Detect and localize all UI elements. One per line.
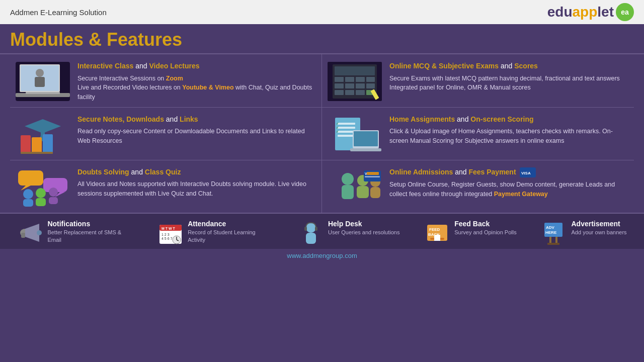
svg-text:VISA: VISA: [521, 171, 531, 175]
assignments-text: Home Assignments and On-screen Scoring C…: [389, 115, 629, 146]
svg-rect-15: [345, 83, 354, 88]
doubts-title1: Doubts Solving: [77, 168, 129, 176]
assign-title1: Home Assignments: [389, 115, 455, 123]
svg-rect-11: [345, 77, 354, 82]
feature-assignments: ✓ ✓ ✓ Home Assignments and On-screen Sco…: [322, 108, 634, 160]
helpdesk-title: Help Desk: [328, 220, 399, 228]
notes-desc: Read only copy-secure Content or Downloa…: [77, 127, 316, 146]
svg-text:✓: ✓: [336, 122, 339, 125]
svg-rect-31: [338, 123, 355, 125]
svg-point-47: [36, 188, 46, 198]
svg-rect-65: [21, 233, 25, 238]
svg-rect-60: [367, 172, 379, 175]
assign-title2: On-screen Scoring: [470, 115, 533, 123]
svg-text:1  2  3: 1 2 3: [162, 233, 170, 236]
feature-mcq: Online MCQ & Subjective Exams and Scores…: [322, 54, 634, 108]
bottom-advertisement: ADV HERE Advertisement Add your own bann…: [541, 220, 627, 246]
svg-point-49: [49, 188, 58, 197]
interactive-class-icon: [15, 61, 70, 102]
svg-point-45: [23, 189, 33, 199]
doubts-title2: Class Quiz: [145, 168, 181, 176]
svg-rect-28: [43, 134, 53, 153]
svg-rect-89: [547, 243, 559, 245]
svg-rect-87: [549, 237, 551, 244]
notes-title1: Secure Notes, Downloads: [77, 115, 164, 123]
logo-area: eduapplet ea: [547, 3, 634, 21]
doubts-and: and: [131, 168, 145, 176]
notifications-title: Notifications: [47, 220, 133, 228]
feedback-text: Feed Back Survey and Opinion Polls: [454, 220, 517, 236]
notifications-icon: [17, 220, 43, 246]
mcq-and: and: [501, 62, 514, 70]
bottom-helpdesk: Help Desk User Queries and resolutions: [298, 220, 399, 246]
interactive-class-text: Interactive Class and Video Lectures Sec…: [77, 61, 316, 102]
mcq-desc: Secure Exams with latest MCQ pattern hav…: [389, 74, 620, 93]
svg-text:✓: ✓: [336, 126, 339, 129]
footer-url: www.addmengroup.com: [287, 252, 357, 259]
company-title: Addmen E-Learning Solution: [10, 8, 107, 17]
helpdesk-text: Help Desk User Queries and resolutions: [328, 220, 399, 236]
svg-rect-54: [357, 186, 369, 198]
mcq-title2: Scores: [514, 62, 538, 70]
attendance-text: Attendance Record of Student Learning Ac…: [188, 220, 273, 244]
svg-rect-29: [21, 152, 53, 154]
notifications-desc: Better Replacement of SMS & Email: [47, 229, 133, 244]
admit-and: and: [455, 168, 468, 176]
notes-icon: [15, 115, 70, 155]
feature-admissions: VISA Online Admissions and Fees Payment …: [322, 160, 634, 213]
svg-rect-52: [342, 185, 354, 199]
admissions-text: Online Admissions and Fees Payment VISA …: [389, 167, 629, 199]
notifications-text: Notifications Better Replacement of SMS …: [47, 220, 133, 244]
notes-text: Secure Notes, Downloads and Links Read o…: [77, 115, 316, 146]
svg-rect-34: [338, 135, 355, 137]
feature-notes: Secure Notes, Downloads and Links Read o…: [10, 108, 322, 160]
footer: www.addmengroup.com: [0, 249, 644, 262]
ic-title2: Video Lectures: [149, 62, 199, 70]
logo-text: eduapplet: [547, 4, 614, 20]
svg-point-3: [36, 69, 44, 77]
svg-rect-20: [356, 90, 365, 95]
mcq-title1: Online MCQ & Subjective Exams: [389, 62, 499, 70]
svg-rect-27: [32, 137, 42, 153]
admissions-icon: VISA: [327, 167, 382, 208]
mcq-text: Online MCQ & Subjective Exams and Scores…: [389, 61, 620, 93]
doubts-text: Doubts Solving and Class Quiz All Videos…: [77, 167, 316, 199]
doubts-desc: All Videos and Notes supported with Inte…: [77, 179, 316, 199]
bottom-bar: Notifications Better Replacement of SMS …: [0, 213, 644, 249]
svg-text:HERE: HERE: [545, 230, 557, 235]
attendance-desc: Record of Student Learning Activity: [188, 229, 273, 244]
bottom-notifications: Notifications Better Replacement of SMS …: [17, 220, 133, 246]
doubts-icon: [15, 167, 70, 208]
svg-text:M T W T: M T W T: [162, 227, 176, 230]
svg-rect-48: [36, 198, 46, 206]
advertisement-icon: ADV HERE: [541, 220, 568, 246]
logo-badge: ea: [616, 3, 634, 21]
svg-rect-88: [555, 237, 557, 244]
feature-interactive-class: Interactive Class and Video Lectures Sec…: [10, 54, 322, 108]
bottom-feedback: FEED BACK Feed Back Survey and Opinion P…: [424, 220, 517, 246]
svg-rect-78: [315, 227, 317, 231]
svg-rect-13: [366, 77, 375, 82]
feedback-desc: Survey and Opinion Polls: [454, 229, 517, 236]
svg-text:4  5  6  7: 4 5 6 7: [162, 237, 173, 240]
svg-rect-9: [335, 66, 375, 75]
svg-rect-46: [23, 199, 33, 207]
svg-rect-41: [18, 170, 43, 186]
assign-and: and: [457, 115, 470, 123]
svg-rect-40: [350, 148, 381, 151]
assignments-icon: ✓ ✓ ✓: [327, 115, 382, 155]
svg-rect-59: [365, 176, 380, 177]
svg-point-51: [342, 173, 354, 185]
svg-rect-56: [370, 187, 380, 198]
ic-desc: Secure Interactive Sessions on Zoom Live…: [77, 74, 316, 102]
svg-rect-16: [356, 83, 365, 88]
notes-and: and: [166, 115, 180, 123]
features-grid: Interactive Class and Video Lectures Sec…: [10, 54, 634, 213]
feature-doubts: Doubts Solving and Class Quiz All Videos…: [10, 160, 322, 213]
feedback-title: Feed Back: [454, 220, 517, 228]
svg-rect-18: [335, 90, 344, 95]
svg-rect-26: [21, 135, 31, 153]
svg-rect-39: [354, 131, 378, 146]
svg-rect-17: [366, 83, 375, 88]
helpdesk-desc: User Queries and resolutions: [328, 229, 399, 236]
